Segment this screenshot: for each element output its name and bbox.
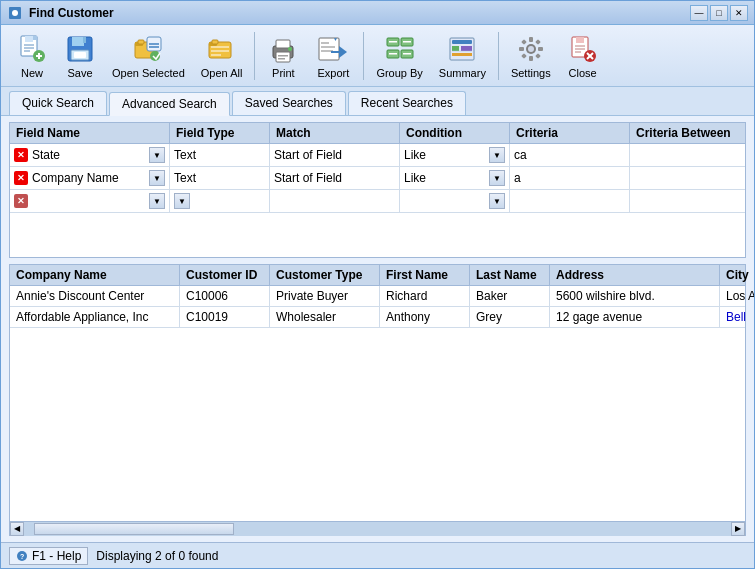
res1-company: Annie's Discount Center	[10, 286, 180, 306]
svg-rect-58	[529, 37, 533, 42]
svg-rect-36	[321, 42, 329, 44]
scroll-thumb[interactable]	[34, 523, 234, 535]
row3-delete-button[interactable]: ✕	[14, 194, 28, 208]
row3-condition-dropdown[interactable]: ▼	[489, 193, 505, 209]
print-icon	[267, 33, 299, 65]
scroll-track[interactable]	[24, 522, 731, 536]
svg-text:?: ?	[20, 553, 24, 560]
row2-field-dropdown[interactable]: ▼	[149, 170, 165, 186]
res-col-company: Company Name	[10, 265, 180, 285]
svg-point-34	[288, 47, 292, 51]
svg-rect-13	[83, 37, 86, 43]
result-row-2[interactable]: Affordable Appliance, Inc C10019 Wholesa…	[10, 307, 745, 328]
row2-delete-button[interactable]: ✕	[14, 171, 28, 185]
res1-city: Los Angeles	[720, 286, 754, 306]
col-criteria-between: Criteria Between	[630, 123, 754, 143]
summary-label: Summary	[439, 67, 486, 79]
col-field-name: Field Name	[10, 123, 170, 143]
res1-address: 5600 wilshire blvd.	[550, 286, 720, 306]
export-icon: ▼	[317, 33, 349, 65]
svg-rect-18	[138, 40, 144, 44]
open-selected-button[interactable]: Open Selected	[105, 29, 192, 83]
row1-field-name-text: State	[32, 148, 60, 162]
row3-type-dropdown[interactable]: ▼	[174, 193, 190, 209]
res-col-customer-id: Customer ID	[180, 265, 270, 285]
new-button[interactable]: New	[9, 29, 55, 83]
main-content: Field Name Field Type Match Condition Cr…	[1, 116, 754, 542]
row1-condition-dropdown[interactable]: ▼	[489, 147, 505, 163]
print-button[interactable]: Print	[260, 29, 306, 83]
results-grid-header: Company Name Customer ID Customer Type F…	[10, 265, 745, 286]
toolbar-separator-2	[363, 32, 364, 80]
svg-rect-40	[331, 51, 339, 53]
result-row-1[interactable]: Annie's Discount Center C10006 Private B…	[10, 286, 745, 307]
row1-match: Start of Field	[270, 144, 400, 166]
toolbar-separator-3	[498, 32, 499, 80]
svg-rect-63	[535, 39, 541, 45]
results-empty-space	[10, 328, 745, 521]
scroll-right-button[interactable]: ▶	[731, 522, 745, 536]
row2-match: Start of Field	[270, 167, 400, 189]
row1-criteria-text: ca	[514, 148, 527, 162]
new-label: New	[21, 67, 43, 79]
help-icon: ?	[16, 550, 28, 562]
row2-condition-dropdown[interactable]: ▼	[489, 170, 505, 186]
row3-criteria	[510, 190, 630, 212]
search-grid-header: Field Name Field Type Match Condition Cr…	[10, 123, 745, 144]
open-all-icon	[206, 33, 238, 65]
settings-button[interactable]: Settings	[504, 29, 558, 83]
svg-rect-46	[389, 41, 397, 43]
open-all-button[interactable]: Open All	[194, 29, 250, 83]
help-button[interactable]: ? F1 - Help	[9, 547, 88, 565]
row2-condition-text: Like	[404, 171, 426, 185]
minimize-button[interactable]: —	[690, 5, 708, 21]
window-title: Find Customer	[29, 6, 684, 20]
col-condition: Condition	[400, 123, 510, 143]
svg-rect-52	[452, 46, 459, 51]
svg-rect-3	[25, 36, 33, 42]
svg-rect-30	[276, 40, 290, 48]
close-toolbar-button[interactable]: Close	[560, 29, 606, 83]
row2-match-text: Start of Field	[274, 171, 342, 185]
svg-rect-37	[321, 46, 335, 48]
tab-quick-search[interactable]: Quick Search	[9, 91, 107, 115]
scroll-left-button[interactable]: ◀	[10, 522, 24, 536]
svg-text:▼: ▼	[333, 36, 338, 42]
row3-field-dropdown[interactable]: ▼	[149, 193, 165, 209]
tab-saved-searches[interactable]: Saved Searches	[232, 91, 346, 115]
row1-field-dropdown[interactable]: ▼	[149, 147, 165, 163]
summary-button[interactable]: Summary	[432, 29, 493, 83]
group-by-button[interactable]: Group By	[369, 29, 429, 83]
horizontal-scrollbar[interactable]: ◀ ▶	[10, 521, 745, 535]
svg-rect-12	[72, 37, 84, 46]
svg-rect-28	[211, 54, 221, 56]
help-text: F1 - Help	[32, 549, 81, 563]
results-grid: Company Name Customer ID Customer Type F…	[9, 264, 746, 536]
svg-rect-51	[452, 40, 472, 44]
res2-address: 12 gage avenue	[550, 307, 720, 327]
svg-rect-67	[576, 37, 584, 43]
row1-condition: Like ▼	[400, 144, 510, 166]
close-button[interactable]: ✕	[730, 5, 748, 21]
tab-advanced-search[interactable]: Advanced Search	[109, 92, 230, 116]
row1-criteria: ca	[510, 144, 630, 166]
open-selected-label: Open Selected	[112, 67, 185, 79]
save-button[interactable]: Save	[57, 29, 103, 83]
svg-point-57	[528, 46, 534, 52]
group-by-label: Group By	[376, 67, 422, 79]
export-button[interactable]: ▼ Export	[308, 29, 358, 83]
search-grid-empty-space	[10, 213, 745, 257]
row1-match-text: Start of Field	[274, 148, 342, 162]
maximize-button[interactable]: □	[710, 5, 728, 21]
tab-recent-searches[interactable]: Recent Searches	[348, 91, 466, 115]
row1-delete-button[interactable]: ✕	[14, 148, 28, 162]
group-by-icon	[384, 33, 416, 65]
row2-condition: Like ▼	[400, 167, 510, 189]
search-row-1: ✕ State ▼ Text Start of Field Like ▼ ca	[10, 144, 745, 167]
row2-criteria-between	[630, 167, 754, 189]
row3-field-name: ✕ ▼	[10, 190, 170, 212]
row2-field-type-text: Text	[174, 171, 196, 185]
res1-customer-type: Private Buyer	[270, 286, 380, 306]
row1-criteria-between	[630, 144, 754, 166]
col-field-type: Field Type	[170, 123, 270, 143]
